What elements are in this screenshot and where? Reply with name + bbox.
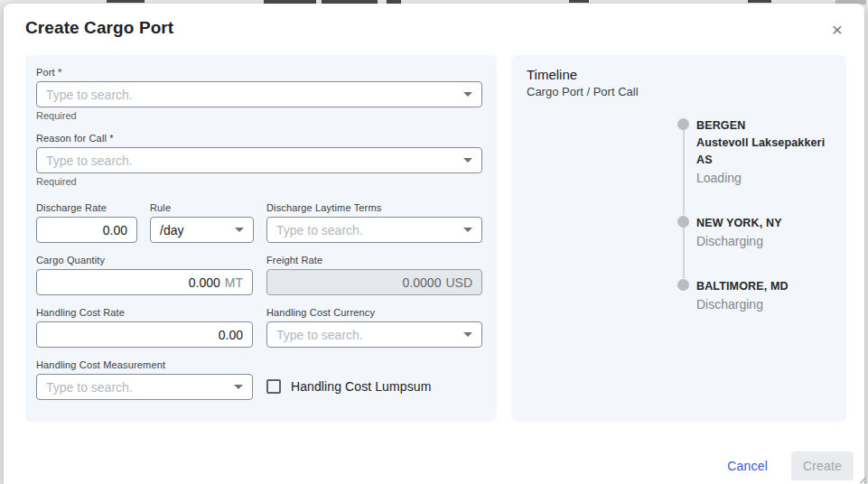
handling-cost-measurement-search-input[interactable]	[46, 380, 227, 395]
handling-cost-rate-input[interactable]	[46, 328, 243, 342]
freight-rate-unit: USD	[445, 275, 472, 290]
background-fragment	[748, 0, 771, 3]
handling-cost-currency-field-group: Handling Cost Currency	[266, 307, 482, 348]
close-icon[interactable]: ×	[828, 18, 846, 41]
quantity-freight-row: Cargo Quantity MT Freight Rate 0.0000 US…	[36, 255, 482, 295]
freight-rate-value: 0.0000	[276, 275, 441, 290]
cargo-quantity-field[interactable]: MT	[36, 269, 253, 295]
timeline-item-baltimore: BALTIMORE, MD Discharging	[677, 278, 832, 314]
discharge-row: Discharge Rate Rule /day Discharge Layti…	[36, 202, 482, 243]
discharge-laytime-terms-select[interactable]	[266, 217, 482, 243]
timeline-item-new-york: NEW YORK, NY Discharging	[677, 215, 832, 278]
reason-for-call-search-input[interactable]	[46, 154, 456, 168]
timeline-rail	[677, 278, 689, 314]
cargo-quantity-unit: MT	[225, 275, 243, 290]
handling-cost-lumpsum-field-group: Handling Cost Lumpsum	[266, 379, 482, 394]
timeline-dot-icon	[677, 216, 689, 228]
rule-label: Rule	[150, 202, 254, 213]
timeline-activity: Loading	[696, 169, 832, 187]
discharge-rate-field-group: Discharge Rate	[36, 202, 137, 243]
cargo-quantity-label: Cargo Quantity	[36, 255, 253, 265]
timeline-port-name: NEW YORK, NY	[696, 215, 782, 232]
cargo-quantity-input[interactable]	[46, 275, 220, 290]
port-label: Port *	[36, 67, 482, 78]
timeline-title: Timeline	[527, 67, 832, 82]
handling-cost-measurement-select[interactable]	[36, 374, 253, 400]
cargo-port-form-panel: Port * Required Reason for Call * Requir…	[25, 55, 497, 422]
chevron-down-icon	[234, 385, 243, 389]
create-cargo-port-dialog: Create Cargo Port × Port * Required Reas…	[4, 4, 864, 484]
port-select[interactable]	[36, 81, 482, 107]
timeline-port-detail: Austevoll Laksepakkeri AS	[696, 135, 832, 169]
timeline-panel: Timeline Cargo Port / Port Call BERGEN A…	[511, 55, 846, 422]
freight-rate-field-disabled: 0.0000 USD	[266, 269, 482, 295]
rule-field-group: Rule /day	[150, 202, 254, 243]
handling-cost-rate-field[interactable]	[36, 321, 253, 348]
handling-cost-row: Handling Cost Rate Handling Cost Currenc…	[36, 307, 482, 348]
freight-rate-field-group: Freight Rate 0.0000 USD	[266, 255, 482, 295]
handling-cost-currency-label: Handling Cost Currency	[266, 307, 482, 318]
dialog-header: Create Cargo Port ×	[4, 4, 864, 41]
timeline-port-name: BERGEN	[696, 117, 832, 135]
timeline-list: BERGEN Austevoll Laksepakkeri AS Loading…	[677, 117, 832, 314]
discharge-laytime-terms-search-input[interactable]	[276, 223, 456, 237]
rule-select[interactable]: /day	[150, 217, 254, 243]
discharge-rate-input[interactable]	[46, 223, 127, 237]
timeline-item-content: NEW YORK, NY Discharging	[696, 215, 782, 278]
chevron-down-icon	[463, 228, 472, 232]
chevron-down-icon	[463, 92, 472, 97]
dialog-title: Create Cargo Port	[25, 18, 173, 38]
timeline-connector	[683, 228, 685, 278]
chevron-down-icon	[235, 228, 244, 232]
handling-cost-rate-field-group: Handling Cost Rate	[36, 307, 253, 348]
timeline-port-name: BALTIMORE, MD	[696, 278, 789, 295]
discharge-rate-label: Discharge Rate	[36, 202, 137, 213]
chevron-down-icon	[463, 158, 472, 163]
port-field-group: Port * Required	[36, 67, 482, 121]
timeline-rail	[677, 215, 689, 278]
dialog-body: Port * Required Reason for Call * Requir…	[25, 55, 846, 422]
port-search-input[interactable]	[46, 88, 456, 102]
discharge-rate-field[interactable]	[36, 217, 137, 243]
handling-cost-rate-label: Handling Cost Rate	[36, 307, 253, 318]
timeline-item-content: BALTIMORE, MD Discharging	[696, 278, 789, 314]
handling-cost-measurement-label: Handling Cost Measurement	[36, 359, 253, 370]
handling-cost-lumpsum-checkbox[interactable]	[266, 379, 281, 394]
chevron-down-icon	[463, 332, 472, 337]
background-fragment	[569, 0, 589, 3]
discharge-laytime-terms-label: Discharge Laytime Terms	[266, 202, 482, 213]
create-button[interactable]: Create	[791, 451, 854, 480]
timeline-subtitle: Cargo Port / Port Call	[527, 85, 832, 98]
reason-for-call-field-group: Reason for Call * Required	[36, 133, 482, 187]
timeline-activity: Discharging	[696, 295, 789, 313]
timeline-connector	[683, 130, 685, 215]
handling-cost-row-2: Handling Cost Measurement Handling Cost …	[36, 359, 482, 400]
reason-for-call-label: Reason for Call *	[36, 133, 482, 144]
timeline-dot-icon	[677, 279, 689, 291]
handling-cost-currency-select[interactable]	[266, 321, 482, 348]
port-required-helper: Required	[36, 110, 482, 121]
rule-value: /day	[160, 223, 228, 237]
freight-rate-label: Freight Rate	[266, 255, 482, 265]
timeline-item-bergen: BERGEN Austevoll Laksepakkeri AS Loading	[677, 117, 832, 215]
timeline-item-content: BERGEN Austevoll Laksepakkeri AS Loading	[696, 117, 832, 215]
cargo-quantity-field-group: Cargo Quantity MT	[36, 255, 253, 295]
dialog-footer: Cancel Create	[4, 451, 864, 480]
background-fragment	[107, 0, 145, 3]
discharge-laytime-terms-field-group: Discharge Laytime Terms	[266, 202, 482, 243]
handling-cost-lumpsum-label: Handling Cost Lumpsum	[291, 379, 431, 394]
handling-cost-currency-search-input[interactable]	[276, 328, 456, 342]
resize-handle-icon	[859, 476, 866, 483]
timeline-rail	[677, 117, 689, 215]
timeline-activity: Discharging	[696, 232, 782, 250]
reason-for-call-select[interactable]	[36, 147, 482, 173]
reason-for-call-required-helper: Required	[36, 176, 482, 187]
handling-cost-measurement-field-group: Handling Cost Measurement	[36, 359, 253, 400]
timeline-dot-icon	[677, 118, 689, 130]
cancel-button[interactable]: Cancel	[727, 459, 768, 473]
